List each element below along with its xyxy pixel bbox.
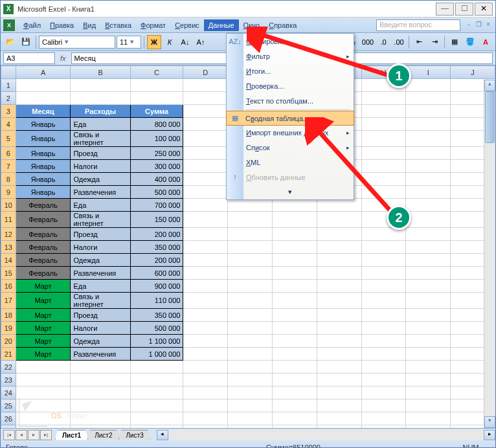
cell-category[interactable]: Налоги: [71, 241, 130, 254]
vertical-scrollbar[interactable]: ▴ ▾: [484, 80, 495, 428]
fx-icon[interactable]: fx: [60, 54, 66, 62]
cell-category[interactable]: Налоги: [71, 160, 130, 173]
scroll-thumb[interactable]: [485, 91, 495, 143]
row-header-12[interactable]: 12: [1, 228, 16, 241]
row-header-7[interactable]: 7: [1, 160, 16, 173]
cell-sum[interactable]: 1 100 000: [130, 335, 183, 348]
comma-icon[interactable]: 000: [361, 35, 375, 49]
cell-category[interactable]: Проезд: [71, 309, 130, 322]
open-icon[interactable]: 📂: [3, 35, 17, 49]
sheet-tab[interactable]: Лист3: [118, 430, 150, 440]
sheet-tab[interactable]: Лист2: [87, 430, 119, 440]
bold-button[interactable]: Ж: [147, 35, 161, 49]
menu-item[interactable]: XML▸: [227, 155, 354, 170]
row-header-8[interactable]: 8: [1, 173, 16, 186]
menu-item[interactable]: Текст по столбцам...: [227, 93, 354, 108]
menu-формат[interactable]: Формат: [136, 19, 170, 31]
sheet-tab[interactable]: Лист1: [55, 430, 88, 440]
cell-month[interactable]: Январь: [16, 131, 71, 147]
row-header-5[interactable]: 5: [1, 131, 16, 147]
menu-сервис[interactable]: Сервис: [170, 19, 204, 31]
cell-sum[interactable]: 1 000 000: [130, 348, 183, 361]
menu-справка[interactable]: Справка: [264, 19, 301, 31]
col-header-I[interactable]: I: [406, 66, 451, 79]
cell-sum[interactable]: 500 000: [130, 186, 183, 199]
cell-category[interactable]: Налоги: [71, 322, 130, 335]
cell-sum[interactable]: 700 000: [130, 199, 183, 212]
row-header-14[interactable]: 14: [1, 254, 16, 267]
menu-окно[interactable]: Окно: [239, 19, 265, 31]
row-header-26[interactable]: 26: [1, 412, 16, 425]
row-header-24[interactable]: 24: [1, 386, 16, 399]
cell-category[interactable]: Связь и интернет: [71, 212, 130, 228]
cell-month[interactable]: Март: [16, 322, 71, 335]
col-header-B[interactable]: B: [71, 66, 130, 79]
col-header-C[interactable]: C: [130, 66, 183, 79]
menu-правка[interactable]: Правка: [45, 19, 78, 31]
cell-category[interactable]: Развлечения: [71, 267, 130, 280]
table-header[interactable]: Месяц: [16, 105, 71, 118]
menu-данные[interactable]: Данные: [204, 19, 239, 31]
cell-sum[interactable]: 100 000: [130, 131, 183, 147]
row-header-23[interactable]: 23: [1, 374, 16, 386]
fill-color-icon[interactable]: 🪣: [463, 35, 477, 49]
menu-item[interactable]: ▦Сводная таблица...: [226, 111, 354, 126]
row-header-6[interactable]: 6: [1, 147, 16, 160]
row-header-1[interactable]: 1: [1, 79, 16, 92]
menu-item[interactable]: Импорт внешних данных▸: [227, 125, 354, 140]
cell-month[interactable]: Январь: [16, 173, 71, 186]
cell-month[interactable]: Март: [16, 335, 71, 348]
indent-dec-icon[interactable]: ⇤: [412, 35, 426, 49]
font-combo[interactable]: Calibri▾: [39, 36, 115, 49]
cell-category[interactable]: Развлечения: [71, 348, 130, 361]
help-question-box[interactable]: Введите вопрос: [376, 19, 460, 31]
row-header-2[interactable]: 2: [1, 92, 16, 105]
close-button[interactable]: ✕: [475, 3, 493, 16]
cell-sum[interactable]: 600 000: [130, 267, 183, 280]
row-header-19[interactable]: 19: [1, 322, 16, 335]
cell-category[interactable]: Одежда: [71, 173, 130, 186]
row-header-17[interactable]: 17: [1, 293, 16, 309]
sort-desc-icon[interactable]: A↑: [194, 35, 208, 49]
cell-category[interactable]: Еда: [71, 199, 130, 212]
tab-nav[interactable]: |◂◂▸▸|: [3, 430, 52, 440]
menu-item[interactable]: Итоги...: [227, 63, 354, 78]
cell-month[interactable]: Январь: [16, 186, 71, 199]
menu-item[interactable]: Список▸: [227, 140, 354, 155]
cell-month[interactable]: Февраль: [16, 212, 71, 228]
scroll-up-button[interactable]: ▴: [484, 80, 495, 91]
doc-minimize-button[interactable]: -: [464, 21, 473, 30]
sort-asc-icon[interactable]: A↓: [178, 35, 192, 49]
cell-month[interactable]: Март: [16, 309, 71, 322]
cell-month[interactable]: Февраль: [16, 199, 71, 212]
table-header[interactable]: Расходы: [71, 105, 130, 118]
cell-month[interactable]: Январь: [16, 147, 71, 160]
cell-sum[interactable]: 500 000: [130, 322, 183, 335]
doc-close-button[interactable]: ×: [484, 21, 493, 30]
maximize-button[interactable]: ☐: [455, 3, 473, 16]
cell-month[interactable]: Февраль: [16, 228, 71, 241]
excel-doc-icon[interactable]: X: [3, 19, 15, 31]
row-header-11[interactable]: 11: [1, 212, 16, 228]
row-header-18[interactable]: 18: [1, 309, 16, 322]
row-header-10[interactable]: 10: [1, 199, 16, 212]
menu-файл[interactable]: Файл: [19, 19, 45, 31]
scroll-down-button[interactable]: ▾: [484, 416, 495, 428]
dropdown-expand[interactable]: ▾: [227, 185, 354, 199]
cell-month[interactable]: Февраль: [16, 254, 71, 267]
col-header-D[interactable]: D: [183, 66, 228, 79]
cell-month[interactable]: Март: [16, 348, 71, 361]
cell-category[interactable]: Одежда: [71, 254, 130, 267]
cell-sum[interactable]: 350 000: [130, 241, 183, 254]
cell-category[interactable]: Связь и интернет: [71, 131, 130, 147]
cell-month[interactable]: Январь: [16, 160, 71, 173]
row-header-20[interactable]: 20: [1, 335, 16, 348]
menu-item[interactable]: AZ↓Сортировка...: [227, 34, 354, 49]
cell-category[interactable]: Связь и интернет: [71, 293, 130, 309]
doc-restore-button[interactable]: ❐: [474, 21, 483, 30]
cell-sum[interactable]: 200 000: [130, 228, 183, 241]
row-header-27[interactable]: 27: [1, 425, 16, 429]
minimize-button[interactable]: —: [436, 3, 454, 16]
cell-sum[interactable]: 400 000: [130, 173, 183, 186]
menu-item[interactable]: Проверка...: [227, 78, 354, 93]
